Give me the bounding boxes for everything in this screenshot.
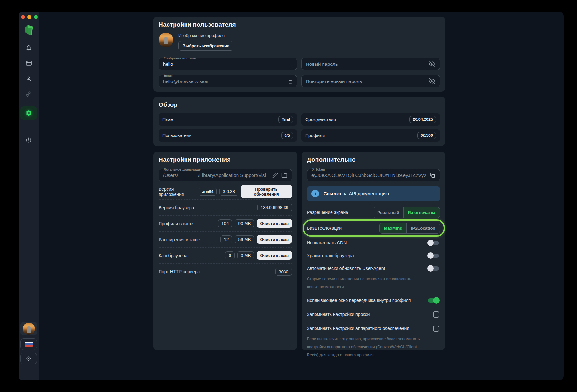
check-updates-button[interactable]: Проверить обновления <box>241 185 292 198</box>
display-name-label: Отображаемое имя <box>162 56 197 61</box>
repeat-password-field[interactable]: Повторите новый пароль <box>301 75 440 87</box>
app-settings-title: Настройки приложения <box>159 156 292 163</box>
remember-proxy-row: Запоминать настройки прокси <box>307 308 440 321</box>
screen-resolution-segmented: Реальный Из отпечатка <box>373 207 440 218</box>
profiles-badge: 0/1500 <box>417 132 436 139</box>
browser-cache-row: Кэш браузера 0 0 MB Очистить кэш <box>159 248 292 264</box>
geo-db-label: База геолокации <box>307 226 342 231</box>
info-icon <box>311 190 319 197</box>
settings-tab-active[interactable] <box>20 106 37 120</box>
browser-windows-icon[interactable] <box>25 59 33 67</box>
email-field[interactable]: Email hello@browser.vision <box>159 75 297 87</box>
http-port-badge: 3030 <box>275 268 292 276</box>
display-name-value: hello <box>163 61 292 67</box>
clear-profiles-cache-button[interactable]: Очистить кэш <box>257 219 292 228</box>
clear-browser-cache-button[interactable]: Очистить кэш <box>257 251 292 260</box>
app-settings-card: Настройки приложения Локальное хранилище… <box>153 152 297 350</box>
overview-row-plan: План Trial <box>159 113 297 126</box>
keep-browser-cache-label: Хранить кэш браузера <box>307 253 354 258</box>
local-storage-field[interactable]: Локальное хранилище /Users//Library/Appl… <box>159 169 292 181</box>
profiles-cache-label: Профили в кэше <box>159 221 193 226</box>
clear-extensions-cache-button[interactable]: Очистить кэш <box>257 235 292 244</box>
arch-badge: arm64 <box>199 188 217 196</box>
x-token-label: X-Token <box>310 167 326 172</box>
translator-popup-row: Всплывающее окно переводчика внутри проф… <box>307 294 440 307</box>
new-password-field[interactable]: Новый пароль <box>301 58 440 70</box>
extensions-cache-size: 59 MB <box>235 235 254 243</box>
password-visibility-icon[interactable] <box>429 78 435 84</box>
password-visibility-icon[interactable] <box>429 61 435 67</box>
language-button[interactable] <box>20 338 37 350</box>
user-avatar <box>23 323 35 335</box>
overview-row-users: Пользователи 0/5 <box>159 129 297 142</box>
extensions-cache-label: Расширения в кэше <box>159 237 200 242</box>
auto-update-ua-label: Автоматически обновлять User-Agent <box>307 266 385 271</box>
extensions-cache-row: Расширения в кэше 12 59 MB Очистить кэш <box>159 232 292 248</box>
copy-token-icon[interactable] <box>429 172 435 178</box>
sidebar-nav <box>20 44 37 144</box>
app-version-row: Версия приложения arm64 3.0.38 Проверить… <box>159 184 292 200</box>
api-doc-link[interactable]: Ссылка <box>324 191 341 197</box>
repeat-password-placeholder: Повторите новый пароль <box>306 79 426 84</box>
extensions-cache-count: 12 <box>220 235 232 243</box>
api-doc-banner: Ссылка на API документацию <box>307 186 440 201</box>
users-label: Пользователи <box>162 133 191 138</box>
keep-browser-cache-toggle[interactable] <box>428 254 439 258</box>
use-cdn-label: Использовать CDN <box>307 240 347 245</box>
profile-avatar[interactable] <box>159 33 173 47</box>
user-settings-title: Настройки пользователя <box>159 21 440 28</box>
translator-popup-toggle[interactable] <box>428 298 439 303</box>
app-window: Настройки пользователя Изображение профи… <box>19 12 564 380</box>
use-cdn-toggle[interactable] <box>428 241 439 245</box>
use-cdn-row: Использовать CDN <box>307 236 440 249</box>
close-button[interactable] <box>21 15 25 19</box>
auto-update-ua-toggle[interactable] <box>428 266 439 271</box>
copy-email-icon[interactable] <box>287 78 292 84</box>
remember-hardware-checkbox[interactable] <box>433 326 439 332</box>
segment-real[interactable]: Реальный <box>373 207 403 218</box>
plan-label: План <box>162 117 173 122</box>
zoom-button[interactable] <box>34 15 38 19</box>
profiles-cache-row: Профили в кэше 104 90 MB Очистить кэш <box>159 216 292 232</box>
auto-update-ua-row: Автоматически обновлять User-Agent <box>307 262 440 275</box>
remember-hardware-label: Запоминать настройки аппаратного обеспеч… <box>307 326 409 331</box>
open-folder-icon[interactable] <box>281 172 287 178</box>
remember-hardware-description: Если вы включите эту опцию, приложение б… <box>307 335 426 359</box>
x-token-field[interactable]: X-Token eyJ0eXAiOiJKV1QiLCJhbGciOiJIUzI1… <box>307 169 440 181</box>
profile-person-icon[interactable] <box>25 75 33 83</box>
overview-row-profiles: Профили 0/1500 <box>301 129 440 142</box>
edit-path-icon[interactable] <box>272 172 278 178</box>
minimize-button[interactable] <box>27 15 31 19</box>
email-label: Email <box>162 73 174 78</box>
expiry-label: Срок действия <box>305 117 336 122</box>
overview-card: Обзор План Trial Срок действия 20.04.202… <box>153 97 445 146</box>
browser-version-badge: 134.0.6998.39 <box>257 204 292 211</box>
user-avatar-button[interactable] <box>20 322 37 335</box>
browser-cache-size: 0 MB <box>237 251 254 259</box>
remember-proxy-label: Запоминать настройки прокси <box>307 312 370 317</box>
local-storage-path: /Users//Library/Application Support/Visi <box>163 173 269 178</box>
segment-ip2location[interactable]: IP2Location <box>406 223 440 233</box>
app-version-label: Версия приложения <box>159 187 199 197</box>
segment-maxmind[interactable]: MaxMind <box>380 223 407 233</box>
new-password-placeholder: Новый пароль <box>306 61 426 67</box>
x-token-value: eyJ0eXAiOiJKV1QiLCJhbGciOiJIUzI1NiJ9.eyJ… <box>311 173 426 178</box>
notifications-bell-icon[interactable] <box>25 44 33 51</box>
screen-resolution-label: Разрешение экрана <box>307 210 348 215</box>
expiry-badge: 20.04.2025 <box>409 116 436 123</box>
segment-from-fingerprint[interactable]: Из отпечатка <box>403 207 440 218</box>
geo-db-segmented: MaxMind IP2Location <box>379 223 440 234</box>
power-icon[interactable] <box>25 136 33 144</box>
version-badge: 3.0.38 <box>219 188 238 196</box>
overview-title: Обзор <box>159 101 440 108</box>
automation-gears-icon[interactable] <box>25 91 33 98</box>
display-name-field[interactable]: Отображаемое имя hello <box>159 58 297 70</box>
sidebar <box>19 12 39 380</box>
choose-image-button[interactable]: Выбрать изображение <box>178 41 233 51</box>
browser-cache-count: 0 <box>225 251 235 259</box>
main-content: Настройки пользователя Изображение профи… <box>39 12 564 380</box>
profiles-label: Профили <box>305 133 325 138</box>
remember-proxy-checkbox[interactable] <box>433 311 439 318</box>
theme-toggle-button[interactable] <box>20 353 37 364</box>
profiles-cache-count: 104 <box>218 219 232 227</box>
